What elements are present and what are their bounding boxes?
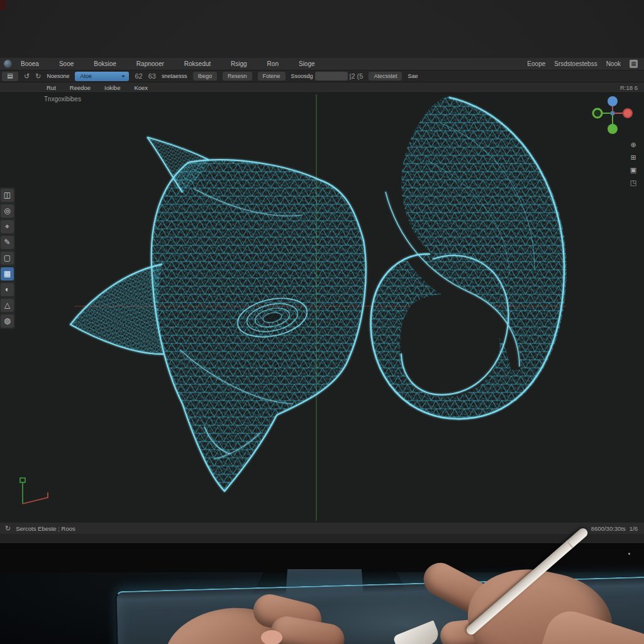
left-hand-fingertip bbox=[261, 630, 282, 644]
menu-item-1[interactable]: Sooe bbox=[59, 60, 74, 67]
toolbar: ▤ ↺ ↻ Noesone Atoe 62 63 snetaesss Ibego… bbox=[0, 70, 644, 82]
perspective-toggle-icon[interactable]: ◳ bbox=[628, 177, 639, 187]
toolbar-button-1[interactable]: Resesn bbox=[223, 72, 252, 80]
toolbar-button-0[interactable]: Ibego bbox=[193, 72, 218, 80]
pan-icon[interactable]: ⊞ bbox=[628, 152, 639, 162]
stylus-seam bbox=[566, 540, 573, 548]
tool-active-selected[interactable]: ▦ bbox=[1, 267, 14, 280]
mode-dropdown[interactable]: Atoe bbox=[75, 72, 129, 81]
snap-toggle-icon[interactable]: |2 bbox=[350, 72, 355, 81]
app-logo-icon bbox=[4, 60, 12, 68]
vheader-tab-select[interactable]: Reedoe bbox=[70, 84, 91, 91]
tool-cursor[interactable]: ◎ bbox=[1, 204, 14, 218]
snap-field[interactable] bbox=[315, 72, 348, 80]
zoom-icon[interactable]: ⊕ bbox=[628, 140, 639, 150]
viewport-stats: R:18 6 bbox=[620, 84, 638, 91]
pivot-icon[interactable]: 63 bbox=[148, 72, 156, 81]
tool-column: ◫ ◎ ⌖ ✎ ▢ ▦ ◐ △ ◍ bbox=[0, 187, 15, 329]
gizmo-center bbox=[611, 111, 614, 115]
statusbar: ↻ Sercots Ebeste ; Roos 8600/30:30ts 1/6 bbox=[0, 522, 644, 534]
status-mesh-stats: 8600/30:30ts bbox=[591, 525, 626, 532]
gizmo-y-neg-axis[interactable] bbox=[593, 109, 602, 118]
menu-item-3[interactable]: Rapnooer bbox=[136, 60, 164, 67]
undo-icon[interactable]: ↺ bbox=[24, 72, 30, 81]
menu-item-7[interactable]: Sioge bbox=[299, 60, 315, 67]
status-sync-icon: ↻ bbox=[5, 525, 11, 533]
screen-bottom-margin bbox=[0, 534, 644, 543]
origin-axis-widget bbox=[20, 478, 48, 504]
proportional-button[interactable]: Atecsstet bbox=[369, 72, 402, 80]
toolbar-button-2[interactable]: Fotene bbox=[258, 72, 286, 80]
wireframe-ram-skull-model bbox=[0, 93, 644, 522]
editor-type-selector[interactable]: ▤ bbox=[2, 72, 18, 81]
menu-right-item-1[interactable]: Srsdstoestebss bbox=[554, 60, 597, 67]
tool-select-box[interactable]: ◫ bbox=[1, 189, 14, 202]
menu-item-2[interactable]: Boksioe bbox=[94, 60, 116, 67]
menu-item-6[interactable]: Ron bbox=[267, 60, 279, 67]
menu-right-item-2[interactable]: Nook bbox=[606, 60, 621, 67]
navigation-gizmo[interactable] bbox=[590, 94, 635, 140]
menu-item-4[interactable]: Roksedut bbox=[184, 60, 211, 67]
size-button[interactable]: Sae bbox=[408, 73, 418, 79]
tool-move[interactable]: ⌖ bbox=[1, 220, 14, 233]
camera-view-icon[interactable]: ▣ bbox=[628, 165, 639, 175]
photo-of-monitor-and-tablet: Booea Sooe Boksioe Rapnooer Roksedut Rsi… bbox=[0, 0, 644, 644]
redo-icon[interactable]: ↻ bbox=[35, 72, 41, 81]
monitor-screen: Booea Sooe Boksioe Rapnooer Roksedut Rsi… bbox=[0, 0, 644, 543]
tool-annotate[interactable]: ✎ bbox=[1, 236, 14, 249]
screen-corner-artifact bbox=[0, 0, 6, 10]
vheader-tab-mesh[interactable]: Koex bbox=[134, 84, 148, 91]
snap-label: Ssoosdg bbox=[291, 73, 313, 79]
vheader-tab-view[interactable]: Rut bbox=[47, 84, 56, 91]
status-keymap-hint: Sercots Ebeste ; Roos bbox=[16, 525, 75, 532]
workspace-grid-icon[interactable]: ▦ bbox=[630, 60, 638, 68]
mode-label: Noesone bbox=[47, 73, 69, 79]
tool-measure[interactable]: △ bbox=[1, 299, 14, 312]
viewport-header: Rut Reedoe Iokibe Koex R:18 6 bbox=[0, 82, 644, 93]
gizmo-y-axis[interactable] bbox=[608, 124, 618, 134]
viewport-3d-canvas[interactable]: Tnxgoxibibes bbox=[0, 93, 644, 522]
menu-item-0[interactable]: Booea bbox=[21, 60, 39, 67]
tool-extrude[interactable]: ◍ bbox=[1, 314, 14, 328]
vheader-tab-add[interactable]: Iokibe bbox=[104, 84, 120, 91]
menubar: Booea Sooe Boksioe Rapnooer Roksedut Rsi… bbox=[0, 58, 644, 70]
transform-count-label: snetaesss bbox=[162, 73, 187, 79]
power-led bbox=[628, 553, 630, 555]
orientation-icon[interactable]: 62 bbox=[135, 72, 142, 81]
menu-right-item-0[interactable]: Eoope bbox=[527, 60, 545, 67]
viewport-controls: ⊕ ⊞ ▣ ◳ bbox=[628, 140, 639, 187]
proportional-icon[interactable]: (5 bbox=[357, 72, 364, 81]
snap-group: Ssoosdg |2 (5 bbox=[291, 72, 364, 81]
status-frame-counter: 1/6 bbox=[630, 525, 638, 532]
gizmo-z-axis[interactable] bbox=[608, 96, 618, 106]
menu-item-5[interactable]: Rsigg bbox=[231, 60, 247, 67]
gizmo-x-axis[interactable] bbox=[623, 109, 632, 118]
tool-shade[interactable]: ◐ bbox=[1, 283, 14, 296]
tool-transform[interactable]: ▢ bbox=[1, 252, 14, 265]
